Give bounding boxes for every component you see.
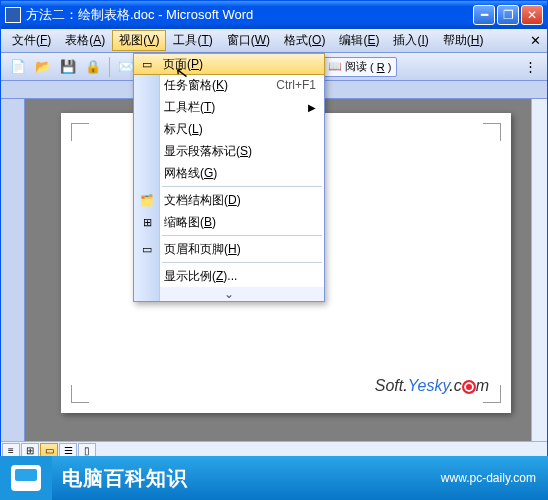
menubar: 文件(F) 表格(A) 视图(V) 工具(T) 窗口(W) 格式(O) 编辑(E… (1, 29, 547, 53)
header-footer-icon: ▭ (139, 241, 155, 257)
margin-corner-icon (71, 385, 89, 403)
menu-item-gridlines[interactable]: 网格线(G) (134, 162, 324, 184)
menu-edit[interactable]: 编辑(E) (332, 30, 386, 51)
vertical-ruler[interactable] (1, 99, 25, 441)
word-app-icon (5, 7, 21, 23)
window-title: 方法二：绘制表格.doc - Microsoft Word (26, 6, 473, 24)
submenu-arrow-icon: ▶ (308, 102, 316, 113)
menu-file[interactable]: 文件(F) (5, 30, 58, 51)
menu-item-header-footer[interactable]: ▭ 页眉和页脚(H) (134, 238, 324, 260)
monitor-icon (11, 465, 41, 491)
site-banner: 电脑百科知识 www.pc-daily.com (0, 456, 548, 500)
menu-item-zoom[interactable]: 显示比例(Z)... (134, 265, 324, 287)
new-doc-button[interactable]: 📄 (7, 56, 29, 78)
menu-item-thumbnails[interactable]: ⊞ 缩略图(B) (134, 211, 324, 233)
page-layout-icon: ▭ (139, 56, 155, 72)
menu-item-toolbars[interactable]: 工具栏(T) ▶ (134, 96, 324, 118)
doc-map-icon: 🗂️ (139, 192, 155, 208)
menu-table[interactable]: 表格(A) (58, 30, 112, 51)
toolbar-separator (109, 57, 110, 77)
thumbnails-icon: ⊞ (139, 214, 155, 230)
close-document-button[interactable]: ✕ (527, 33, 543, 49)
reading-layout-button[interactable]: 📖 阅读(R) (322, 57, 397, 77)
menu-separator (162, 262, 322, 263)
menu-window[interactable]: 窗口(W) (220, 30, 277, 51)
vertical-scrollbar[interactable] (531, 99, 547, 441)
minimize-button[interactable]: ━ (473, 5, 495, 25)
menu-expand-button[interactable] (134, 287, 324, 301)
banner-url: www.pc-daily.com (441, 471, 536, 485)
open-button[interactable]: 📂 (32, 56, 54, 78)
close-button[interactable]: ✕ (521, 5, 543, 25)
margin-corner-icon (483, 123, 501, 141)
watermark-globe-icon (462, 380, 476, 394)
menu-format[interactable]: 格式(O) (277, 30, 332, 51)
margin-corner-icon (71, 123, 89, 141)
banner-title: 电脑百科知识 (62, 465, 188, 492)
toolbar-options-button[interactable]: ⋮ (519, 56, 541, 78)
window-controls: ━ ❐ ✕ (473, 5, 543, 25)
titlebar: 方法二：绘制表格.doc - Microsoft Word ━ ❐ ✕ (1, 1, 547, 29)
menu-item-page-layout[interactable]: ▭ 页面(P) (133, 53, 325, 75)
view-menu-dropdown: ▭ 页面(P) 任务窗格(K) Ctrl+F1 工具栏(T) ▶ 标尺(L) 显… (133, 53, 325, 302)
menu-help[interactable]: 帮助(H) (436, 30, 491, 51)
menu-view[interactable]: 视图(V) (112, 30, 166, 51)
menu-item-task-pane[interactable]: 任务窗格(K) Ctrl+F1 (134, 74, 324, 96)
menu-item-show-paragraph-marks[interactable]: 显示段落标记(S) (134, 140, 324, 162)
menu-separator (162, 235, 322, 236)
menu-separator (162, 186, 322, 187)
banner-icon-box (0, 456, 52, 500)
maximize-button[interactable]: ❐ (497, 5, 519, 25)
menu-insert[interactable]: 插入(I) (386, 30, 435, 51)
app-window: 方法二：绘制表格.doc - Microsoft Word ━ ❐ ✕ 文件(F… (0, 0, 548, 460)
menu-item-document-map[interactable]: 🗂️ 文档结构图(D) (134, 189, 324, 211)
save-button[interactable]: 💾 (57, 56, 79, 78)
menu-item-ruler[interactable]: 标尺(L) (134, 118, 324, 140)
permission-button[interactable]: 🔒 (82, 56, 104, 78)
menu-tools[interactable]: 工具(T) (166, 30, 219, 51)
watermark-text: Soft.Yesky.cm (375, 377, 489, 395)
mouse-cursor-icon: ↖ (174, 62, 190, 83)
